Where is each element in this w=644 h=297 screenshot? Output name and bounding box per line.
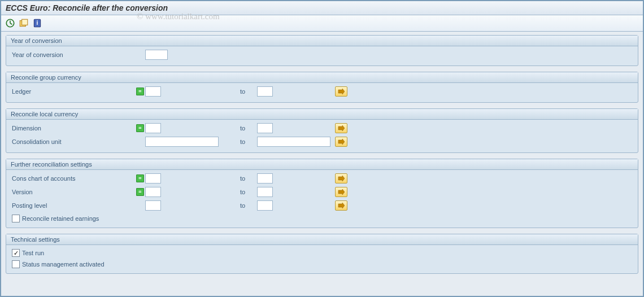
posting-level-to-input[interactable]	[257, 200, 273, 211]
posting-level-label: Posting level	[11, 202, 135, 209]
group-year-of-conversion: Year of conversion Year of conversion	[6, 35, 638, 66]
cons-chart-multiple-selection-button[interactable]	[335, 173, 347, 184]
reconcile-retained-checkbox[interactable]	[12, 215, 20, 222]
ledger-from-input[interactable]	[145, 86, 161, 97]
test-run-label: Test run	[22, 250, 44, 256]
year-label: Year of conversion	[11, 51, 135, 58]
svg-marker-10	[338, 176, 345, 181]
to-label: to	[240, 138, 257, 145]
ledger-multiple-selection-button[interactable]	[335, 86, 347, 97]
version-to-input[interactable]	[257, 187, 273, 197]
equals-icon: =	[136, 188, 144, 196]
svg-text:i: i	[37, 20, 38, 26]
cons-chart-from-input[interactable]	[145, 173, 161, 184]
cons-unit-multiple-selection-button[interactable]	[335, 137, 347, 147]
cons-unit-label: Consolidation unit	[11, 138, 135, 145]
to-label: to	[240, 125, 257, 132]
status-mgmt-checkbox[interactable]	[12, 260, 20, 268]
ledger-to-input[interactable]	[257, 86, 273, 97]
group-technical-settings: Technical settings Test run Status manag…	[6, 234, 638, 274]
equals-icon: =	[136, 88, 144, 95]
dimension-from-input[interactable]	[145, 123, 161, 133]
cons-unit-from-input[interactable]	[145, 137, 219, 147]
dimension-multiple-selection-button[interactable]	[335, 123, 347, 133]
group-reconcile-group-currency: Reconcile group currency Ledger = to	[6, 72, 638, 103]
title-bar: ECCS Euro: Reconcile after the conversio…	[1, 1, 643, 15]
cons-chart-to-input[interactable]	[257, 173, 273, 184]
svg-marker-7	[338, 89, 345, 94]
page-title: ECCS Euro: Reconcile after the conversio…	[6, 3, 168, 12]
info-icon[interactable]: i	[32, 18, 43, 29]
to-label: to	[240, 202, 257, 209]
variant-icon[interactable]	[18, 18, 29, 29]
svg-marker-11	[338, 189, 345, 195]
year-input[interactable]	[145, 50, 168, 60]
svg-line-2	[10, 23, 12, 24]
ledger-label: Ledger	[11, 88, 135, 95]
svg-rect-4	[22, 19, 28, 25]
group-header: Reconcile group currency	[6, 72, 638, 83]
version-multiple-selection-button[interactable]	[335, 187, 347, 197]
equals-icon: =	[136, 124, 144, 132]
to-label: to	[240, 189, 257, 195]
equals-icon: =	[136, 174, 144, 182]
svg-marker-12	[338, 203, 345, 208]
group-further-reconciliation: Further reconciliation settings Cons cha…	[6, 159, 638, 228]
toolbar: i © www.tutorialkart.com	[1, 15, 643, 32]
execute-icon[interactable]	[5, 18, 16, 29]
dimension-label: Dimension	[11, 125, 135, 132]
svg-marker-9	[338, 139, 345, 145]
group-header: Year of conversion	[6, 36, 638, 46]
cons-chart-label: Cons chart of accounts	[11, 175, 135, 182]
reconcile-retained-label: Reconcile retained earnings	[22, 215, 99, 222]
to-label: to	[240, 175, 257, 182]
group-header: Further reconciliation settings	[6, 159, 638, 170]
group-header: Reconcile local currency	[6, 109, 638, 120]
version-from-input[interactable]	[145, 187, 161, 197]
test-run-checkbox[interactable]	[12, 249, 20, 257]
app-window: ECCS Euro: Reconcile after the conversio…	[0, 0, 644, 297]
dimension-to-input[interactable]	[257, 123, 273, 133]
cons-unit-to-input[interactable]	[257, 137, 330, 147]
posting-level-multiple-selection-button[interactable]	[335, 200, 347, 211]
group-header: Technical settings	[6, 234, 638, 245]
group-reconcile-local-currency: Reconcile local currency Dimension = to …	[6, 108, 638, 153]
status-mgmt-label: Status management activated	[22, 261, 105, 268]
content-area: Year of conversion Year of conversion Re…	[1, 32, 643, 296]
posting-level-from-input[interactable]	[145, 200, 161, 211]
to-label: to	[240, 88, 257, 95]
version-label: Version	[11, 189, 135, 195]
svg-marker-8	[338, 125, 345, 131]
